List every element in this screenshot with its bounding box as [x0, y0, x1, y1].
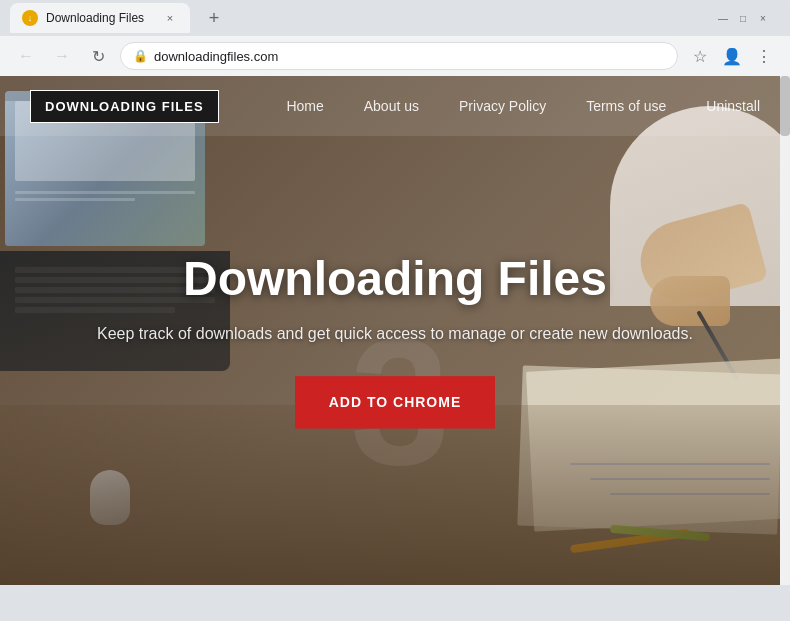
scrollbar-thumb[interactable] [780, 76, 790, 136]
lock-icon: 🔒 [133, 49, 148, 63]
hero-section: 3 DOWNLOADING FILES Home About us Privac… [0, 76, 790, 585]
new-tab-btn[interactable]: + [200, 4, 228, 32]
browser-window: ↓ Downloading Files × + — □ × ← → ↻ 🔒 do… [0, 0, 790, 585]
address-bar: ← → ↻ 🔒 downloadingfiles.com ☆ 👤 ⋮ [0, 36, 790, 76]
nav-home[interactable]: Home [286, 98, 323, 114]
site-nav: DOWNLOADING FILES Home About us Privacy … [0, 76, 790, 136]
url-text: downloadingfiles.com [154, 49, 665, 64]
bookmark-btn[interactable]: ☆ [686, 42, 714, 70]
menu-btn[interactable]: ⋮ [750, 42, 778, 70]
active-tab[interactable]: ↓ Downloading Files × [10, 3, 190, 33]
cta-button[interactable]: ADD TO CHROME [295, 376, 496, 428]
back-btn[interactable]: ← [12, 42, 40, 70]
hero-title: Downloading Files [95, 251, 695, 306]
profile-btn[interactable]: 👤 [718, 42, 746, 70]
tab-favicon: ↓ [22, 10, 38, 26]
nav-terms[interactable]: Terms of use [586, 98, 666, 114]
tab-close-btn[interactable]: × [162, 10, 178, 26]
desk-surface [0, 405, 790, 585]
nav-about[interactable]: About us [364, 98, 419, 114]
title-bar: ↓ Downloading Files × + — □ × [0, 0, 790, 36]
nav-privacy[interactable]: Privacy Policy [459, 98, 546, 114]
url-bar[interactable]: 🔒 downloadingfiles.com [120, 42, 678, 70]
tab-title: Downloading Files [46, 11, 154, 25]
forward-btn[interactable]: → [48, 42, 76, 70]
minimize-btn[interactable]: — [716, 11, 730, 25]
hero-subtitle: Keep track of downloads and get quick ac… [95, 322, 695, 346]
close-btn[interactable]: × [756, 11, 770, 25]
hero-content: Downloading Files Keep track of download… [95, 251, 695, 428]
maximize-btn[interactable]: □ [736, 11, 750, 25]
nav-uninstall[interactable]: Uninstall [706, 98, 760, 114]
website-content: 3 DOWNLOADING FILES Home About us Privac… [0, 76, 790, 585]
scrollbar[interactable] [780, 76, 790, 585]
site-logo: DOWNLOADING FILES [30, 90, 219, 123]
toolbar-icons: ☆ 👤 ⋮ [686, 42, 778, 70]
window-controls: — □ × [716, 11, 770, 25]
reload-btn[interactable]: ↻ [84, 42, 112, 70]
nav-links: Home About us Privacy Policy Terms of us… [286, 98, 760, 114]
